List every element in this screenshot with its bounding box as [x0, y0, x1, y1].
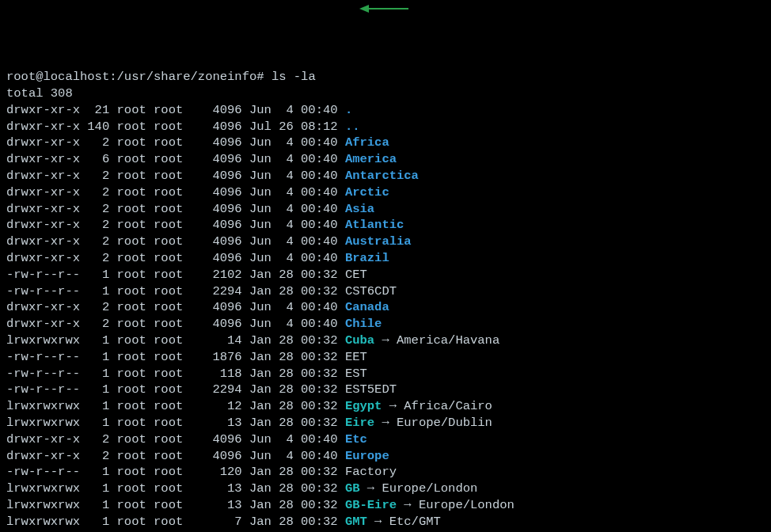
symlink-target: → Etc/GMT — [367, 515, 441, 529]
file-meta: drwxr-xr-x 2 root root 4096 Jun 4 00:40 — [6, 218, 345, 232]
file-name: America — [345, 152, 397, 166]
file-name: Antarctica — [345, 169, 419, 183]
file-meta: lrwxrwxrwx 1 root root 13 Jan 28 00:32 — [6, 416, 345, 430]
file-meta: -rw-r--r-- 1 root root 2294 Jan 28 00:32 — [6, 382, 345, 397]
ls-entry: lrwxrwxrwx 1 root root 12 Jan 28 00:32 E… — [6, 398, 765, 415]
file-name: Asia — [345, 202, 374, 216]
file-name: EET — [345, 350, 367, 364]
file-meta: lrwxrwxrwx 1 root root 13 Jan 28 00:32 — [6, 481, 345, 496]
file-name: Europe — [345, 449, 389, 463]
ls-entry: drwxr-xr-x 2 root root 4096 Jun 4 00:40 … — [6, 201, 765, 218]
annotation-arrow-icon — [359, 3, 410, 14]
ls-entry: drwxr-xr-x 140 root root 4096 Jul 26 08:… — [6, 119, 765, 135]
file-name: CST6CDT — [345, 284, 397, 298]
ls-entry: drwxr-xr-x 2 root root 4096 Jun 4 00:40 … — [6, 135, 765, 151]
file-meta: drwxr-xr-x 6 root root 4096 Jun 4 00:40 — [6, 152, 345, 166]
file-meta: lrwxrwxrwx 1 root root 13 Jan 28 00:32 — [6, 498, 345, 512]
ls-entry: -rw-r--r-- 1 root root 118 Jan 28 00:32 … — [6, 366, 765, 382]
ls-entry: drwxr-xr-x 2 root root 4096 Jun 4 00:40 … — [6, 168, 765, 184]
file-meta: lrwxrwxrwx 1 root root 7 Jan 28 00:32 — [6, 515, 345, 529]
file-meta: drwxr-xr-x 2 root root 4096 Jun 4 00:40 — [6, 251, 345, 265]
file-name: Egypt — [345, 399, 382, 413]
file-meta: -rw-r--r-- 1 root root 118 Jan 28 00:32 — [6, 367, 345, 381]
file-name: Etc — [345, 432, 367, 446]
ls-entry: lrwxrwxrwx 1 root root 13 Jan 28 00:32 G… — [6, 481, 765, 497]
file-meta: -rw-r--r-- 1 root root 2102 Jan 28 00:32 — [6, 268, 345, 282]
file-name: Arctic — [345, 185, 389, 200]
file-name: . — [345, 103, 352, 117]
ls-entry: drwxr-xr-x 2 root root 4096 Jun 4 00:40 … — [6, 431, 765, 448]
ls-entry: lrwxrwxrwx 1 root root 13 Jan 28 00:32 G… — [6, 497, 765, 514]
terminal-output[interactable]: root@localhost:/usr/share/zoneinfo# ls -… — [6, 69, 765, 532]
prompt-line: root@localhost:/usr/share/zoneinfo# ls -… — [6, 69, 765, 86]
svg-marker-1 — [359, 5, 369, 13]
symlink-target: → America/Havana — [374, 333, 499, 348]
file-meta: drwxr-xr-x 2 root root 4096 Jun 4 00:40 — [6, 432, 345, 446]
shell-command: ls -la — [272, 70, 316, 84]
ls-entry: drwxr-xr-x 2 root root 4096 Jun 4 00:40 … — [6, 217, 765, 234]
ls-entry: lrwxrwxrwx 1 root root 7 Jan 28 00:32 GM… — [6, 514, 765, 530]
file-name: Chile — [345, 317, 382, 331]
ls-entry: drwxr-xr-x 2 root root 4096 Jun 4 00:40 … — [6, 234, 765, 250]
symlink-target: → Europe/Dublin — [374, 416, 492, 430]
file-name: Canada — [345, 300, 389, 314]
file-name: CET — [345, 268, 367, 282]
ls-entry: -rw-r--r-- 1 root root 2102 Jan 28 00:32… — [6, 267, 765, 283]
file-meta: drwxr-xr-x 21 root root 4096 Jun 4 00:40 — [6, 103, 345, 117]
ls-entry: drwxr-xr-x 2 root root 4096 Jun 4 00:40 … — [6, 184, 765, 201]
symlink-target: → Africa/Cairo — [382, 399, 492, 413]
ls-entry: drwxr-xr-x 2 root root 4096 Jun 4 00:40 … — [6, 250, 765, 267]
file-name: Cuba — [345, 333, 374, 348]
file-name: Australia — [345, 234, 412, 249]
file-name: Eire — [345, 416, 374, 430]
file-meta: drwxr-xr-x 2 root root 4096 Jun 4 00:40 — [6, 169, 345, 183]
file-name: Atlantic — [345, 218, 404, 232]
ls-entry: drwxr-xr-x 2 root root 4096 Jun 4 00:40 … — [6, 299, 765, 316]
file-name: GB-Eire — [345, 498, 397, 512]
file-meta: drwxr-xr-x 2 root root 4096 Jun 4 00:40 — [6, 234, 345, 249]
file-meta: drwxr-xr-x 2 root root 4096 Jun 4 00:40 — [6, 185, 345, 200]
ls-entry: -rw-r--r-- 1 root root 2294 Jan 28 00:32… — [6, 382, 765, 398]
ls-entry: lrwxrwxrwx 1 root root 13 Jan 28 00:32 E… — [6, 415, 765, 431]
file-meta: drwxr-xr-x 2 root root 4096 Jun 4 00:40 — [6, 135, 345, 150]
file-meta: -rw-r--r-- 1 root root 2294 Jan 28 00:32 — [6, 284, 345, 298]
ls-entry: drwxr-xr-x 6 root root 4096 Jun 4 00:40 … — [6, 151, 765, 168]
symlink-target: → Europe/London — [359, 481, 477, 496]
ls-entry: lrwxrwxrwx 1 root root 14 Jan 28 00:32 C… — [6, 332, 765, 349]
file-meta: drwxr-xr-x 140 root root 4096 Jul 26 08:… — [6, 120, 345, 134]
file-meta: drwxr-xr-x 2 root root 4096 Jun 4 00:40 — [6, 202, 345, 216]
file-name: Africa — [345, 135, 389, 150]
file-meta: lrwxrwxrwx 1 root root 12 Jan 28 00:32 — [6, 399, 345, 413]
file-meta: drwxr-xr-x 2 root root 4096 Jun 4 00:40 — [6, 317, 345, 331]
ls-entry: -rw-r--r-- 1 root root 1876 Jan 28 00:32… — [6, 349, 765, 366]
ls-entry: drwxr-xr-x 2 root root 4096 Jun 4 00:40 … — [6, 448, 765, 465]
file-name: EST5EDT — [345, 382, 397, 397]
file-meta: -rw-r--r-- 1 root root 1876 Jan 28 00:32 — [6, 350, 345, 364]
file-name: Brazil — [345, 251, 389, 265]
file-meta: lrwxrwxrwx 1 root root 14 Jan 28 00:32 — [6, 333, 345, 348]
ls-total: total 308 — [6, 86, 765, 102]
symlink-target: → Europe/London — [397, 498, 515, 512]
file-name: .. — [345, 120, 360, 134]
shell-prompt: root@localhost:/usr/share/zoneinfo# — [6, 70, 264, 84]
file-meta: drwxr-xr-x 2 root root 4096 Jun 4 00:40 — [6, 449, 345, 463]
file-name: EST — [345, 367, 367, 381]
ls-entry: drwxr-xr-x 21 root root 4096 Jun 4 00:40… — [6, 102, 765, 119]
ls-entry: -rw-r--r-- 1 root root 2294 Jan 28 00:32… — [6, 283, 765, 300]
file-meta: drwxr-xr-x 2 root root 4096 Jun 4 00:40 — [6, 300, 345, 314]
file-name: GB — [345, 481, 360, 496]
ls-entry: drwxr-xr-x 2 root root 4096 Jun 4 00:40 … — [6, 316, 765, 332]
file-name: GMT — [345, 515, 367, 529]
file-name: Factory — [345, 465, 397, 479]
file-meta: -rw-r--r-- 1 root root 120 Jan 28 00:32 — [6, 465, 345, 479]
ls-entry: -rw-r--r-- 1 root root 120 Jan 28 00:32 … — [6, 464, 765, 481]
